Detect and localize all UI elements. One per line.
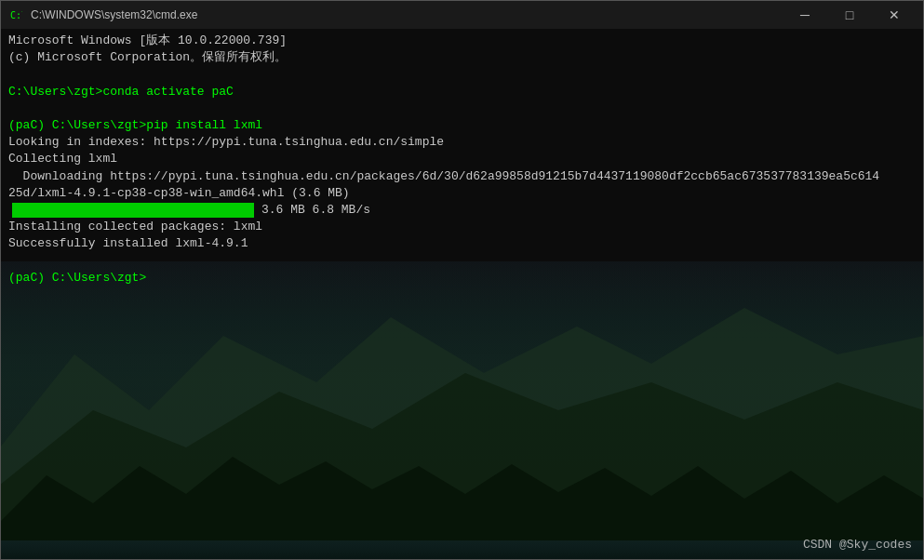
window-title: C:\WINDOWS\system32\cmd.exe <box>31 8 783 21</box>
line-4: C:\Users\zgt>conda activate paC <box>8 84 916 100</box>
line-10: 25d/lxml-4.9.1-cp38-cp38-win_amd64.whl (… <box>8 185 916 202</box>
line-6: (paC) C:\Users\zgt>pip install lxml <box>8 117 916 134</box>
line-progress: 3.6 MB 6.8 MB/s <box>8 202 916 219</box>
download-progress-bar <box>12 203 254 218</box>
line-9: Downloading https://pypi.tuna.tsinghua.e… <box>8 168 916 185</box>
line-13: Successfully installed lxml-4.9.1 <box>8 235 916 252</box>
line-14 <box>8 252 916 269</box>
titlebar: C:\ C:\WINDOWS\system32\cmd.exe ─ □ ✕ <box>1 1 923 29</box>
line-15: (paC) C:\Users\zgt> <box>8 270 916 287</box>
terminal-body[interactable]: Microsoft Windows [版本 10.0.22000.739] (c… <box>1 29 923 559</box>
svg-rect-6 <box>1 540 923 559</box>
line-8: Collecting lxml <box>8 151 916 167</box>
maximize-button[interactable]: □ <box>828 1 871 29</box>
line-5 <box>8 100 916 117</box>
progress-speed: 3.6 MB 6.8 MB/s <box>261 202 370 219</box>
line-7: Looking in indexes: https://pypi.tuna.ts… <box>8 134 916 151</box>
line-2: (c) Microsoft Corporation。保留所有权利。 <box>8 49 916 66</box>
watermark: CSDN @Sky_codes <box>803 538 912 552</box>
minimize-button[interactable]: ─ <box>783 1 826 29</box>
line-12: Installing collected packages: lxml <box>8 219 916 235</box>
svg-text:C:\: C:\ <box>10 10 22 20</box>
line-1: Microsoft Windows [版本 10.0.22000.739] <box>8 33 916 49</box>
close-button[interactable]: ✕ <box>873 1 916 29</box>
cmd-icon: C:\ <box>8 7 23 22</box>
line-3 <box>8 66 916 83</box>
cmd-window: C:\ C:\WINDOWS\system32\cmd.exe ─ □ ✕ <box>0 0 924 560</box>
background-scene <box>1 261 923 559</box>
window-controls: ─ □ ✕ <box>783 1 916 29</box>
terminal-output: Microsoft Windows [版本 10.0.22000.739] (c… <box>1 29 923 290</box>
